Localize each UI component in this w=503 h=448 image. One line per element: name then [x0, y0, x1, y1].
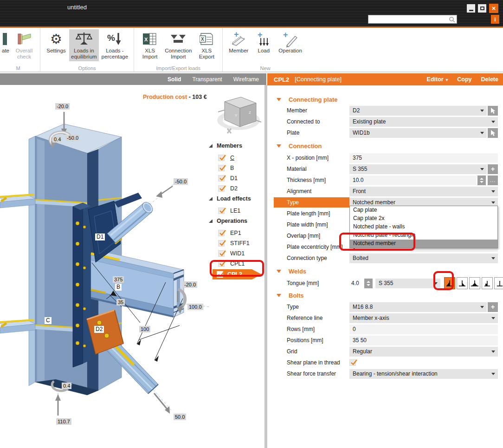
tongue-spinner[interactable] — [364, 279, 373, 288]
svg-text:+: + — [283, 31, 288, 39]
search-input[interactable] — [368, 17, 447, 24]
checkbox-ep1[interactable] — [218, 230, 225, 236]
material-select[interactable]: S 355 — [349, 164, 487, 174]
expander-icon[interactable] — [209, 197, 213, 201]
section-collapse-icon[interactable] — [277, 98, 281, 101]
weld-type-partial-butt-button[interactable] — [482, 277, 493, 289]
connected-to-select[interactable]: Existing plate — [349, 117, 498, 127]
x-position-input[interactable]: 375 — [349, 153, 498, 163]
viewport-3d[interactable]: Y Z Production cost - 103 € -20.0 0.4 -5… — [0, 85, 264, 448]
cut-off-button[interactable]: ate — [0, 29, 11, 55]
weld-type-fillet-both-button[interactable] — [469, 277, 480, 289]
close-button[interactable]: ✕ — [489, 4, 498, 13]
loads-percentage-button[interactable]: % Loads - percentage — [100, 29, 130, 61]
maximize-button[interactable] — [478, 4, 486, 13]
tree-header-operations[interactable]: Operations — [204, 216, 264, 226]
new-load-button[interactable]: + Load — [252, 29, 276, 55]
tree-item-d2[interactable]: D2 — [218, 184, 238, 193]
weld-type-fillet-button[interactable] — [444, 277, 455, 289]
member-select[interactable]: D2 — [349, 106, 487, 116]
xls-import-button[interactable]: X XLS Import — [138, 29, 162, 61]
new-member-icon: + — [230, 31, 247, 47]
ellipsis-icon: ... — [490, 177, 496, 183]
xls-export-button[interactable]: X XLS Export — [194, 29, 219, 61]
new-operation-button[interactable]: + Operation — [277, 29, 304, 55]
thickness-spinner[interactable] — [477, 175, 486, 185]
checkbox-le1[interactable] — [218, 208, 225, 214]
view-cube[interactable]: Y Z — [214, 91, 263, 138]
new-member-button[interactable]: + Member — [226, 29, 251, 55]
section-collapse-icon[interactable] — [277, 294, 281, 297]
option-notched-plate-walls[interactable]: Notched plate - walls — [350, 223, 497, 231]
section-welds[interactable]: Welds — [267, 266, 503, 276]
member-label-d2: D2 — [94, 326, 104, 333]
dropdown-arrow-icon — [491, 373, 495, 375]
rows-input[interactable]: 0 — [349, 325, 498, 334]
settings-button[interactable]: ⚙ Settings — [44, 29, 68, 55]
add-bolt-type-button[interactable]: + — [488, 302, 498, 312]
tree-header-members[interactable]: Members — [204, 141, 264, 150]
plate-select[interactable]: WID1b — [349, 128, 487, 138]
tree-item-le1[interactable]: LE1 — [218, 206, 240, 215]
thickness-more-button[interactable]: ... — [488, 175, 498, 185]
checkbox-cpl1[interactable] — [218, 260, 225, 267]
weld-type-fillet-rear-button[interactable] — [457, 277, 468, 289]
checkbox-cpl2[interactable] — [217, 271, 223, 278]
delete-button[interactable]: Delete — [481, 76, 498, 83]
tree-item-stiff1[interactable]: STIFF1 — [218, 239, 250, 248]
tree-item-wid1[interactable]: WID1 — [218, 249, 245, 258]
positions-input[interactable]: 35 50 — [349, 336, 498, 345]
dropdown-arrow-icon — [491, 121, 495, 123]
section-connecting-plate[interactable]: Connecting plate — [267, 95, 503, 104]
expander-icon[interactable] — [209, 219, 213, 223]
option-notched-plate-rectangle[interactable]: Notched plate - rectangle — [350, 231, 497, 240]
info-button[interactable]: i — [491, 15, 499, 24]
option-cap-plate-2x[interactable]: Cap plate 2x — [350, 214, 497, 223]
tree-item-ep1[interactable]: EP1 — [218, 228, 241, 238]
tab-wireframe[interactable]: Wireframe — [233, 76, 259, 83]
expander-icon[interactable] — [209, 144, 213, 148]
tab-transparent[interactable]: Transparent — [192, 76, 222, 83]
copy-button[interactable]: Copy — [457, 76, 471, 83]
section-bolts[interactable]: Bolts — [267, 291, 503, 300]
group-label-options: Options — [78, 65, 96, 71]
checkbox-d1[interactable] — [218, 175, 225, 182]
loads-in-equilibrium-button[interactable]: Loads in equilibrium — [69, 29, 99, 61]
tree-item-cpl2-selected[interactable]: CPL2 — [213, 269, 262, 279]
tree-header-load-effects[interactable]: Load effects — [204, 194, 264, 203]
section-collapse-icon[interactable] — [277, 144, 281, 148]
grid-select[interactable]: Regular — [349, 347, 498, 357]
checkbox-d2[interactable] — [218, 185, 225, 192]
cursor-icon — [489, 129, 497, 136]
tab-solid[interactable]: Solid — [168, 76, 181, 83]
checkbox-c[interactable] — [218, 155, 225, 161]
gear-icon: ⚙ — [50, 32, 62, 46]
weld-material-select[interactable]: S 355 — [375, 279, 440, 288]
tree-item-b[interactable]: B — [218, 163, 234, 173]
thickness-input[interactable]: 10.0 — [349, 175, 477, 185]
alignment-select[interactable]: Front — [349, 187, 498, 196]
section-collapse-icon[interactable] — [277, 270, 281, 273]
bolt-type-select[interactable]: M16 8.8 — [349, 302, 487, 312]
section-connection[interactable]: Connection — [267, 141, 503, 150]
pick-member-button[interactable] — [488, 106, 498, 116]
connection-type-select[interactable]: Bolted — [349, 253, 498, 263]
reference-line-select[interactable]: Member x-axis — [349, 313, 498, 323]
checkbox-stiff1[interactable] — [218, 240, 225, 247]
tree-item-d1[interactable]: D1 — [218, 174, 238, 183]
checkbox-wid1[interactable] — [218, 250, 225, 257]
option-cap-plate[interactable]: Cap plate — [350, 206, 497, 214]
editor-button[interactable]: Editor▾ — [427, 76, 448, 83]
add-material-button[interactable]: + — [488, 164, 498, 174]
connection-import-button[interactable]: Connection Import — [163, 29, 193, 61]
tree-item-cpl1[interactable]: CPL1 — [218, 259, 245, 268]
shear-plane-checkbox[interactable] — [349, 359, 356, 366]
overall-check-button[interactable]: Overall check — [12, 29, 36, 61]
weld-type-butt-button[interactable] — [494, 277, 503, 289]
shear-force-select[interactable]: Bearing - tension/shear interaction — [349, 369, 498, 379]
option-notched-member[interactable]: Notched member — [350, 240, 497, 248]
pick-plate-button[interactable] — [488, 128, 498, 138]
tree-item-c[interactable]: C — [218, 153, 234, 162]
minimize-button[interactable] — [467, 4, 475, 13]
checkbox-b[interactable] — [218, 165, 225, 171]
